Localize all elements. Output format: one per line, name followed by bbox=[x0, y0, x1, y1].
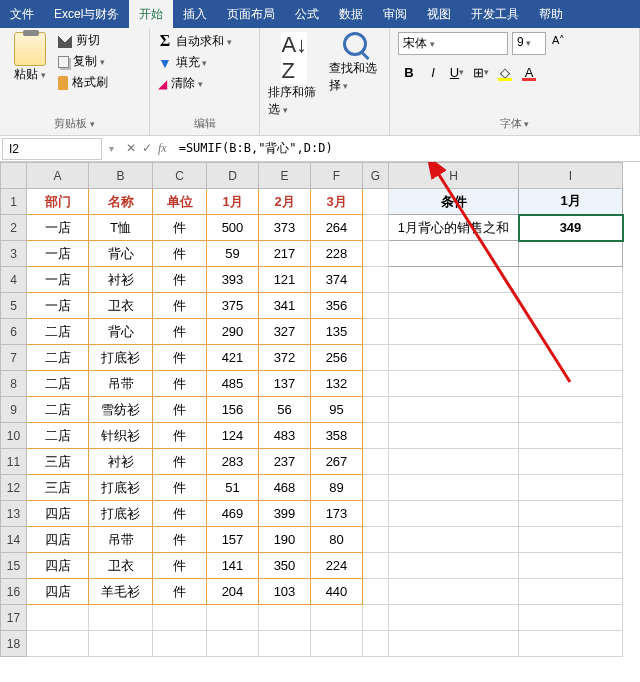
cell-F12[interactable]: 89 bbox=[311, 475, 363, 501]
cell-B9[interactable]: 雪纺衫 bbox=[89, 397, 153, 423]
italic-button[interactable]: I bbox=[422, 61, 444, 83]
paste-button[interactable]: 粘贴 bbox=[8, 32, 52, 91]
font-size-select[interactable]: 9 bbox=[512, 32, 546, 55]
row-header-11[interactable]: 11 bbox=[1, 449, 27, 475]
cell-C5[interactable]: 件 bbox=[153, 293, 207, 319]
spreadsheet-grid[interactable]: ABCDEFGHI1部门名称单位1月2月3月条件1月2一店T恤件50037326… bbox=[0, 162, 640, 657]
cell-B10[interactable]: 针织衫 bbox=[89, 423, 153, 449]
row-header-5[interactable]: 5 bbox=[1, 293, 27, 319]
cell-F4[interactable]: 374 bbox=[311, 267, 363, 293]
cell-C4[interactable]: 件 bbox=[153, 267, 207, 293]
cell-B13[interactable]: 打底衫 bbox=[89, 501, 153, 527]
name-box[interactable] bbox=[2, 138, 102, 160]
cell-A17[interactable] bbox=[27, 605, 89, 631]
cell-G9[interactable] bbox=[363, 397, 389, 423]
col-header-I[interactable]: I bbox=[519, 163, 623, 189]
cell-C15[interactable]: 件 bbox=[153, 553, 207, 579]
menu-tab-8[interactable]: 视图 bbox=[417, 0, 461, 28]
cell-G2[interactable] bbox=[363, 215, 389, 241]
cell-D2[interactable]: 500 bbox=[207, 215, 259, 241]
menu-tab-9[interactable]: 开发工具 bbox=[461, 0, 529, 28]
cell-E4[interactable]: 121 bbox=[259, 267, 311, 293]
cell-H1[interactable]: 条件 bbox=[389, 189, 519, 215]
cell-I5[interactable] bbox=[519, 293, 623, 319]
cell-F5[interactable]: 356 bbox=[311, 293, 363, 319]
cell-G15[interactable] bbox=[363, 553, 389, 579]
cell-I11[interactable] bbox=[519, 449, 623, 475]
cell-H6[interactable] bbox=[389, 319, 519, 345]
cell-D16[interactable]: 204 bbox=[207, 579, 259, 605]
cell-H11[interactable] bbox=[389, 449, 519, 475]
cell-F11[interactable]: 267 bbox=[311, 449, 363, 475]
cell-E14[interactable]: 190 bbox=[259, 527, 311, 553]
cell-G18[interactable] bbox=[363, 631, 389, 657]
cell-C12[interactable]: 件 bbox=[153, 475, 207, 501]
cell-E18[interactable] bbox=[259, 631, 311, 657]
cell-B1[interactable]: 名称 bbox=[89, 189, 153, 215]
cell-C2[interactable]: 件 bbox=[153, 215, 207, 241]
cell-B17[interactable] bbox=[89, 605, 153, 631]
cell-B16[interactable]: 羊毛衫 bbox=[89, 579, 153, 605]
clear-button[interactable]: ◢清除 bbox=[158, 75, 251, 92]
fx-icon[interactable]: fx bbox=[158, 141, 167, 156]
cell-C7[interactable]: 件 bbox=[153, 345, 207, 371]
font-color-button[interactable]: A bbox=[518, 61, 540, 83]
cell-C8[interactable]: 件 bbox=[153, 371, 207, 397]
menu-tab-6[interactable]: 数据 bbox=[329, 0, 373, 28]
cell-A2[interactable]: 一店 bbox=[27, 215, 89, 241]
cell-H7[interactable] bbox=[389, 345, 519, 371]
row-header-18[interactable]: 18 bbox=[1, 631, 27, 657]
copy-button[interactable]: 复制 bbox=[58, 53, 108, 70]
cell-H8[interactable] bbox=[389, 371, 519, 397]
cell-I14[interactable] bbox=[519, 527, 623, 553]
cut-button[interactable]: 剪切 bbox=[58, 32, 108, 49]
cell-A6[interactable]: 二店 bbox=[27, 319, 89, 345]
row-header-1[interactable]: 1 bbox=[1, 189, 27, 215]
underline-button[interactable]: U bbox=[446, 61, 468, 83]
cell-B6[interactable]: 背心 bbox=[89, 319, 153, 345]
cell-D11[interactable]: 283 bbox=[207, 449, 259, 475]
menu-tab-3[interactable]: 插入 bbox=[173, 0, 217, 28]
cell-D10[interactable]: 124 bbox=[207, 423, 259, 449]
cell-E1[interactable]: 2月 bbox=[259, 189, 311, 215]
cell-F18[interactable] bbox=[311, 631, 363, 657]
cell-D15[interactable]: 141 bbox=[207, 553, 259, 579]
cell-B7[interactable]: 打底衫 bbox=[89, 345, 153, 371]
cell-C3[interactable]: 件 bbox=[153, 241, 207, 267]
cell-H5[interactable] bbox=[389, 293, 519, 319]
format-painter-button[interactable]: 格式刷 bbox=[58, 74, 108, 91]
cell-C17[interactable] bbox=[153, 605, 207, 631]
cell-A18[interactable] bbox=[27, 631, 89, 657]
menu-tab-4[interactable]: 页面布局 bbox=[217, 0, 285, 28]
cell-D4[interactable]: 393 bbox=[207, 267, 259, 293]
cell-F1[interactable]: 3月 bbox=[311, 189, 363, 215]
col-header-D[interactable]: D bbox=[207, 163, 259, 189]
cell-E10[interactable]: 483 bbox=[259, 423, 311, 449]
cell-F10[interactable]: 358 bbox=[311, 423, 363, 449]
row-header-3[interactable]: 3 bbox=[1, 241, 27, 267]
cell-E9[interactable]: 56 bbox=[259, 397, 311, 423]
cell-E7[interactable]: 372 bbox=[259, 345, 311, 371]
cell-H9[interactable] bbox=[389, 397, 519, 423]
cell-C16[interactable]: 件 bbox=[153, 579, 207, 605]
increase-font-button[interactable]: A˄ bbox=[550, 32, 567, 55]
cell-A12[interactable]: 三店 bbox=[27, 475, 89, 501]
cell-A7[interactable]: 二店 bbox=[27, 345, 89, 371]
cell-H14[interactable] bbox=[389, 527, 519, 553]
cell-H2[interactable]: 1月背心的销售之和 bbox=[389, 215, 519, 241]
row-header-10[interactable]: 10 bbox=[1, 423, 27, 449]
cell-G12[interactable] bbox=[363, 475, 389, 501]
cell-E3[interactable]: 217 bbox=[259, 241, 311, 267]
cell-D3[interactable]: 59 bbox=[207, 241, 259, 267]
cell-B12[interactable]: 打底衫 bbox=[89, 475, 153, 501]
cell-B14[interactable]: 吊带 bbox=[89, 527, 153, 553]
col-header-A[interactable]: A bbox=[27, 163, 89, 189]
cell-G7[interactable] bbox=[363, 345, 389, 371]
cell-D12[interactable]: 51 bbox=[207, 475, 259, 501]
row-header-14[interactable]: 14 bbox=[1, 527, 27, 553]
cell-C10[interactable]: 件 bbox=[153, 423, 207, 449]
fill-button[interactable]: ▼填充 bbox=[158, 54, 251, 71]
accept-formula-button[interactable]: ✓ bbox=[142, 141, 152, 156]
row-header-7[interactable]: 7 bbox=[1, 345, 27, 371]
cell-I10[interactable] bbox=[519, 423, 623, 449]
